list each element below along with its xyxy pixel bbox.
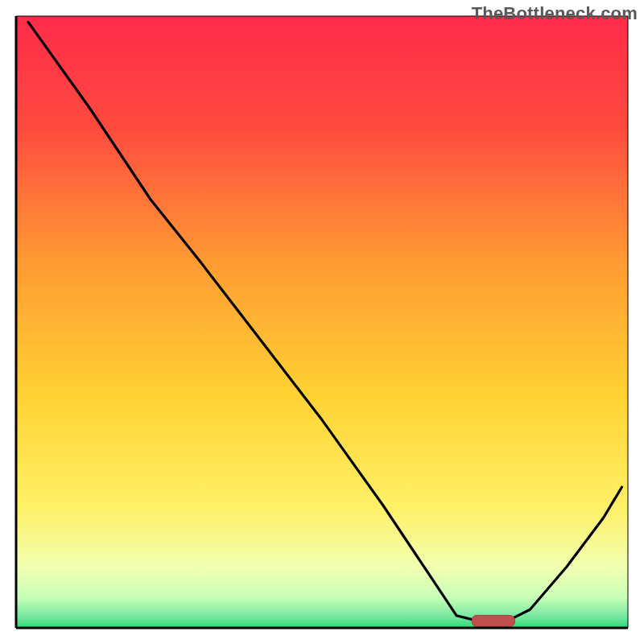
plot-area — [16, 16, 628, 628]
gradient-background — [16, 16, 628, 628]
optimal-marker — [472, 615, 514, 626]
chart-svg — [0, 0, 644, 644]
bottleneck-chart: TheBottleneck.com — [0, 0, 644, 644]
watermark-text: TheBottleneck.com — [472, 3, 638, 24]
